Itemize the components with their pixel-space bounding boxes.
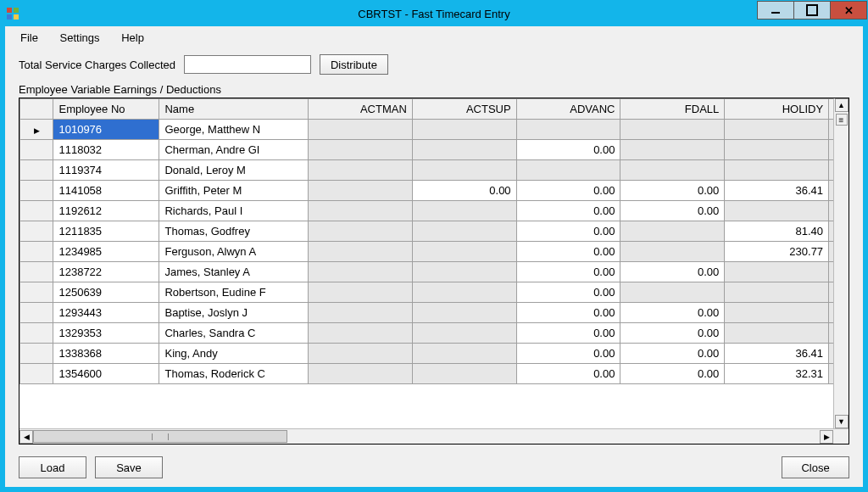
row-header[interactable] xyxy=(20,303,53,323)
cell-holidy[interactable] xyxy=(725,303,829,323)
row-header[interactable] xyxy=(20,262,53,282)
col-name[interactable]: Name xyxy=(159,99,308,120)
cell-advanc[interactable]: 0.00 xyxy=(516,364,620,384)
cell-emp-no[interactable]: 1211835 xyxy=(53,221,159,242)
maximize-button[interactable] xyxy=(793,1,831,20)
table-row[interactable]: 1329353Charles, Sandra C0.000.00 xyxy=(20,323,834,344)
titlebar[interactable]: CBRTST - Fast Timecard Entry xyxy=(1,1,867,26)
cell-actsup[interactable] xyxy=(412,344,516,364)
cell-holidy[interactable] xyxy=(725,160,829,181)
table-row[interactable]: 1192612Richards, Paul I0.000.00 xyxy=(20,201,834,221)
cell-advanc[interactable]: 0.00 xyxy=(516,181,620,201)
cell-name[interactable]: Cherman, Andre GI xyxy=(159,140,308,160)
cell-fdall[interactable] xyxy=(620,242,725,262)
cell-advanc[interactable]: 0.00 xyxy=(516,140,620,160)
cell-fdall[interactable] xyxy=(620,120,725,140)
cell-actsup[interactable] xyxy=(412,221,516,242)
scroll-indicator-icon[interactable]: ≡ xyxy=(836,114,848,126)
cell-fdall[interactable] xyxy=(620,282,725,303)
cell-name[interactable]: Charles, Sandra C xyxy=(159,323,308,344)
col-holidy[interactable]: HOLIDY xyxy=(725,99,829,120)
horizontal-scrollbar[interactable]: ◀ ▶ xyxy=(19,428,849,444)
cell-emp-no[interactable]: 1234985 xyxy=(53,242,159,262)
cell-name[interactable]: Ferguson, Alwyn A xyxy=(159,242,308,262)
close-window-button[interactable] xyxy=(830,1,867,20)
cell-holidy[interactable] xyxy=(725,140,829,160)
grid-scroll-area[interactable]: Employee No Name ACTMAN ACTSUP ADVANC FD… xyxy=(19,98,833,428)
scroll-down-icon[interactable]: ▼ xyxy=(835,415,849,428)
cell-holidy[interactable] xyxy=(725,120,829,140)
table-row[interactable]: 1238722James, Stanley A0.000.00 xyxy=(20,262,834,282)
col-advanc[interactable]: ADVANC xyxy=(516,99,620,120)
row-header[interactable] xyxy=(20,120,53,140)
cell-actman[interactable] xyxy=(308,221,412,242)
cell-advanc[interactable]: 0.00 xyxy=(516,201,620,221)
grid-corner-header[interactable] xyxy=(20,99,53,120)
cell-holidy[interactable]: 36.41 xyxy=(725,181,829,201)
cell-name[interactable]: Thomas, Roderick C xyxy=(159,364,308,384)
row-header[interactable] xyxy=(20,344,53,364)
row-header[interactable] xyxy=(20,364,53,384)
col-fdall[interactable]: FDALL xyxy=(620,99,725,120)
cell-actman[interactable] xyxy=(308,140,412,160)
cell-actman[interactable] xyxy=(308,262,412,282)
cell-fdall[interactable]: 0.00 xyxy=(620,344,725,364)
cell-actman[interactable] xyxy=(308,303,412,323)
cell-name[interactable]: Donald, Leroy M xyxy=(159,160,308,181)
cell-name[interactable]: Baptise, Joslyn J xyxy=(159,303,308,323)
cell-actsup[interactable] xyxy=(412,201,516,221)
cell-actsup[interactable] xyxy=(412,282,516,303)
cell-advanc[interactable]: 0.00 xyxy=(516,221,620,242)
cell-emp-no[interactable]: 1250639 xyxy=(53,282,159,303)
scroll-right-icon[interactable]: ▶ xyxy=(820,430,833,444)
cell-actman[interactable] xyxy=(308,364,412,384)
table-row[interactable]: 1118032Cherman, Andre GI0.00 xyxy=(20,140,834,160)
table-row[interactable]: 1234985Ferguson, Alwyn A0.00230.77 xyxy=(20,242,834,262)
cell-name[interactable]: King, Andy xyxy=(159,344,308,364)
minimize-button[interactable] xyxy=(757,1,794,20)
distribute-button[interactable]: Distribute xyxy=(320,54,388,75)
cell-advanc[interactable]: 0.00 xyxy=(516,262,620,282)
cell-holidy[interactable]: 230.77 xyxy=(725,242,829,262)
cell-name[interactable]: Griffith, Peter M xyxy=(159,181,308,201)
cell-actsup[interactable]: 0.00 xyxy=(412,181,516,201)
cell-advanc[interactable] xyxy=(516,120,620,140)
cell-holidy[interactable]: 32.31 xyxy=(725,364,829,384)
cell-fdall[interactable]: 0.00 xyxy=(620,364,725,384)
row-header[interactable] xyxy=(20,282,53,303)
cell-name[interactable]: Richards, Paul I xyxy=(159,201,308,221)
save-button[interactable]: Save xyxy=(95,456,163,478)
table-row[interactable]: 1338368King, Andy0.000.0036.41 xyxy=(20,344,834,364)
row-header[interactable] xyxy=(20,160,53,181)
cell-actman[interactable] xyxy=(308,323,412,344)
cell-actsup[interactable] xyxy=(412,262,516,282)
cell-emp-no[interactable]: 1010976 xyxy=(53,120,159,140)
cell-holidy[interactable] xyxy=(725,262,829,282)
cell-name[interactable]: Thomas, Godfrey xyxy=(159,221,308,242)
cell-fdall[interactable]: 0.00 xyxy=(620,262,725,282)
row-header[interactable] xyxy=(20,221,53,242)
cell-fdall[interactable]: 0.00 xyxy=(620,303,725,323)
row-header[interactable] xyxy=(20,323,53,344)
cell-holidy[interactable]: 81.40 xyxy=(725,221,829,242)
cell-name[interactable]: Robertson, Eudine F xyxy=(159,282,308,303)
row-header[interactable] xyxy=(20,242,53,262)
cell-holidy[interactable] xyxy=(725,201,829,221)
table-row[interactable]: 1141058Griffith, Peter M0.000.000.0036.4… xyxy=(20,181,834,201)
cell-actman[interactable] xyxy=(308,242,412,262)
vertical-scrollbar[interactable]: ▲ ≡ ▼ xyxy=(833,98,849,428)
cell-holidy[interactable] xyxy=(725,323,829,344)
scroll-left-icon[interactable]: ◀ xyxy=(19,430,33,444)
cell-fdall[interactable] xyxy=(620,221,725,242)
cell-actman[interactable] xyxy=(308,282,412,303)
charges-input[interactable] xyxy=(184,55,311,74)
table-row[interactable]: 1010976George, Matthew N xyxy=(20,120,834,140)
cell-actman[interactable] xyxy=(308,181,412,201)
cell-fdall[interactable] xyxy=(620,140,725,160)
cell-fdall[interactable]: 0.00 xyxy=(620,323,725,344)
cell-emp-no[interactable]: 1329353 xyxy=(53,323,159,344)
cell-emp-no[interactable]: 1293443 xyxy=(53,303,159,323)
table-row[interactable]: 1293443Baptise, Joslyn J0.000.00 xyxy=(20,303,834,323)
table-row[interactable]: 1250639Robertson, Eudine F0.00 xyxy=(20,282,834,303)
scroll-up-icon[interactable]: ▲ xyxy=(835,98,849,112)
